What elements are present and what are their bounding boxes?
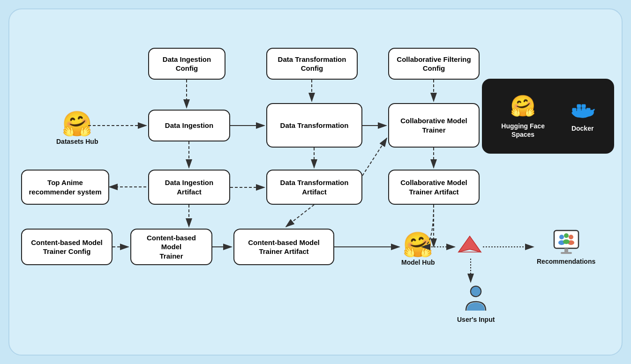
users-input-label: User's Input <box>457 316 495 323</box>
data-transformation-artifact-label: Data TransformationArtifact <box>280 178 349 196</box>
datasets-hub: 🤗 Datasets Hub <box>56 111 98 145</box>
data-transformation-config-label: Data TransformationConfig <box>278 55 346 73</box>
collaborative-model-trainer-artifact-box: Collaborative ModelTrainer Artifact <box>388 170 480 205</box>
top-anime-label: Top Animerecommender system <box>29 178 101 196</box>
data-ingestion-box: Data Ingestion <box>148 110 230 141</box>
collaborative-filtering-config-label: Collaborative FilteringConfig <box>397 55 471 73</box>
data-ingestion-config-label: Data Ingestion Config <box>163 55 211 73</box>
users-input-icon <box>462 285 489 314</box>
svg-point-13 <box>564 233 569 238</box>
data-ingestion-artifact-box: Data IngestionArtifact <box>148 170 230 205</box>
recommendations: Recommendations <box>537 229 595 265</box>
hugging-face-icon: 🤗 <box>510 94 536 118</box>
model-hub-emoji: 🤗 <box>403 232 433 257</box>
data-ingestion-label: Data Ingestion <box>165 121 213 130</box>
data-transformation-artifact-box: Data TransformationArtifact <box>266 170 362 205</box>
docker-label: Docker <box>571 124 593 133</box>
svg-rect-3 <box>577 104 581 108</box>
hugging-face-docker-box: 🤗 Hugging FaceSpaces Docker <box>482 79 614 154</box>
data-ingestion-artifact-label: Data IngestionArtifact <box>165 178 213 196</box>
svg-marker-6 <box>458 236 481 252</box>
docker-item: Docker <box>571 100 595 133</box>
svg-point-14 <box>563 239 570 244</box>
users-input: User's Input <box>457 285 495 323</box>
main-diagram: Data Ingestion Config Data Transformatio… <box>8 8 623 356</box>
svg-rect-4 <box>582 104 586 108</box>
model-hub-label: Model Hub <box>401 259 435 266</box>
collaborative-model-trainer-box: Collaborative ModelTrainer <box>388 103 480 148</box>
svg-rect-16 <box>561 252 572 254</box>
recommendations-icon <box>552 229 580 256</box>
content-based-artifact-box: Content-based ModelTrainer Artifact <box>233 229 334 265</box>
hugging-face-item: 🤗 Hugging FaceSpaces <box>501 94 545 139</box>
data-transformation-label: Data Transformation <box>280 121 349 130</box>
data-transformation-config-box: Data TransformationConfig <box>266 48 358 80</box>
svg-rect-15 <box>564 248 568 252</box>
data-transformation-box: Data Transformation <box>266 103 362 148</box>
model-hub: 🤗 Model Hub <box>401 232 435 266</box>
paper-boat <box>456 232 483 257</box>
top-anime-box: Top Animerecommender system <box>21 170 109 205</box>
svg-line-34 <box>286 205 314 227</box>
content-based-config-label: Content-based ModelTrainer Config <box>31 238 103 256</box>
datasets-hub-emoji: 🤗 <box>62 111 92 136</box>
collaborative-model-trainer-label: Collaborative ModelTrainer <box>400 116 467 134</box>
content-based-trainer-box: Content-based ModelTrainer <box>130 229 212 265</box>
content-based-artifact-label: Content-based ModelTrainer Artifact <box>248 238 320 256</box>
svg-line-33 <box>362 138 387 176</box>
collaborative-filtering-config-box: Collaborative FilteringConfig <box>388 48 480 80</box>
svg-point-18 <box>471 287 481 296</box>
paper-boat-icon <box>456 232 483 257</box>
docker-icon <box>571 100 595 120</box>
recommendations-label: Recommendations <box>537 258 595 265</box>
content-based-trainer-label: Content-based ModelTrainer <box>137 233 206 261</box>
collaborative-model-trainer-artifact-label: Collaborative ModelTrainer Artifact <box>400 178 467 196</box>
data-ingestion-config-box: Data Ingestion Config <box>148 48 225 80</box>
datasets-hub-label: Datasets Hub <box>56 138 98 145</box>
content-based-config-box: Content-based ModelTrainer Config <box>21 229 113 265</box>
svg-point-11 <box>569 235 573 239</box>
hugging-face-label: Hugging FaceSpaces <box>501 122 545 139</box>
svg-point-9 <box>559 235 564 239</box>
